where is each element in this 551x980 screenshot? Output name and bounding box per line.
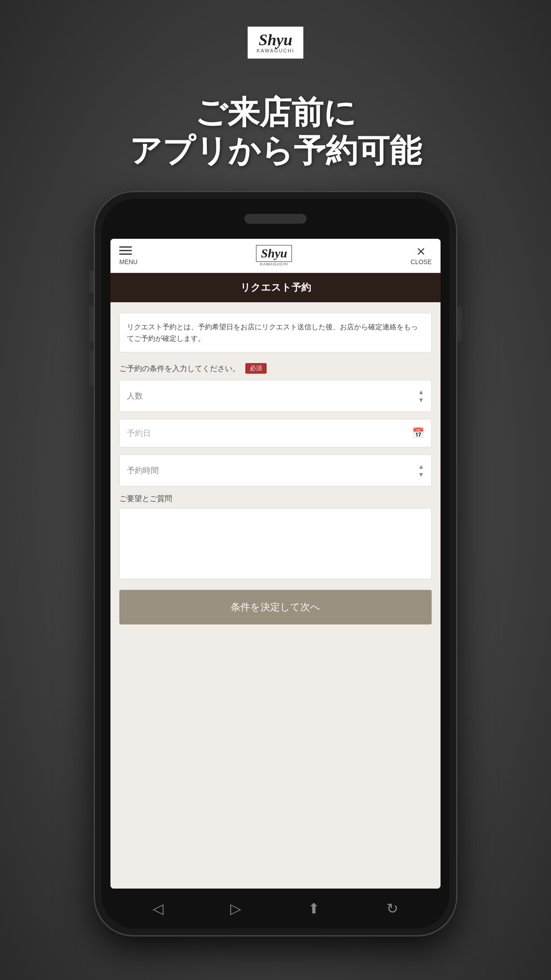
- top-logo-area: Shyu KAWAGUCHI: [248, 27, 303, 59]
- content-area: リクエスト予約とは、予約希望日をお店にリクエスト送信した後、お店から確定連絡をも…: [110, 302, 441, 889]
- party-size-arrows: ▲ ▼: [418, 388, 424, 403]
- close-label: CLOSE: [411, 258, 432, 265]
- phone-speaker: [244, 214, 307, 224]
- close-button[interactable]: ✕ CLOSE: [411, 246, 432, 265]
- description-text: リクエスト予約とは、予約希望日をお店にリクエスト送信した後、お店から確定連絡をも…: [127, 321, 424, 344]
- page-title: リクエスト予約: [110, 281, 441, 294]
- calendar-icon: 📅: [412, 427, 424, 439]
- header-logo-brand: Shyu: [256, 245, 292, 262]
- app-header: MENU Shyu KAWAGUCHI ✕ CLOSE: [110, 239, 441, 273]
- headline-line2: アプリから予約可能: [0, 131, 551, 170]
- notes-textarea[interactable]: [119, 508, 432, 579]
- date-placeholder: 予約日: [127, 428, 151, 439]
- time-arrow-up-icon: ▲: [418, 463, 424, 470]
- power-button: [457, 306, 462, 342]
- time-arrows: ▲ ▼: [418, 463, 424, 478]
- description-box: リクエスト予約とは、予約希望日をお店にリクエスト送信した後、お店から確定連絡をも…: [119, 313, 432, 352]
- conditions-label: ご予約の条件を入力してください。: [119, 364, 240, 374]
- header-logo: Shyu KAWAGUCHI: [256, 245, 292, 266]
- logo-box: Shyu KAWAGUCHI: [248, 27, 303, 59]
- forward-nav-icon[interactable]: ▷: [230, 900, 241, 917]
- time-placeholder: 予約時間: [127, 465, 159, 476]
- menu-line-2: [119, 250, 132, 251]
- party-size-select[interactable]: 人数 ▲ ▼: [119, 380, 432, 412]
- refresh-nav-icon[interactable]: ↻: [386, 900, 398, 917]
- close-icon: ✕: [416, 246, 426, 257]
- volume-down-button: [89, 351, 94, 386]
- headline-line1: ご来店前に: [0, 93, 551, 131]
- party-size-placeholder: 人数: [127, 391, 143, 401]
- arrow-down-icon: ▼: [418, 396, 424, 403]
- page-title-bar: リクエスト予約: [110, 273, 441, 302]
- notes-label: ご要望とご質問: [119, 494, 432, 504]
- header-logo-sub: KAWAGUCHI: [256, 262, 292, 266]
- required-badge: 必須: [245, 363, 267, 374]
- phone-inner: MENU Shyu KAWAGUCHI ✕ CLOSE リクエスト予約: [102, 199, 449, 929]
- notes-section: ご要望とご質問: [119, 494, 432, 581]
- phone-bottom-bar: ◁ ▷ ⬆ ↻: [102, 889, 449, 929]
- submit-button[interactable]: 条件を決定して次へ: [119, 590, 432, 624]
- phone-frame: MENU Shyu KAWAGUCHI ✕ CLOSE リクエスト予約: [94, 191, 457, 937]
- time-select[interactable]: 予約時間 ▲ ▼: [119, 454, 432, 486]
- date-field[interactable]: 予約日 📅: [119, 419, 432, 447]
- mute-button: [89, 271, 94, 293]
- volume-up-button: [89, 306, 94, 342]
- phone-top-bar: [102, 199, 449, 239]
- logo-brand: Shyu: [256, 32, 294, 48]
- time-arrow-down-icon: ▼: [418, 471, 424, 478]
- menu-button[interactable]: MENU: [119, 246, 138, 265]
- headline: ご来店前に アプリから予約可能: [0, 93, 551, 170]
- form-label-row: ご予約の条件を入力してください。 必須: [119, 363, 432, 374]
- menu-line-3: [119, 253, 132, 255]
- app-screen: MENU Shyu KAWAGUCHI ✕ CLOSE リクエスト予約: [110, 239, 441, 889]
- menu-line-1: [119, 246, 132, 248]
- phone-screen: MENU Shyu KAWAGUCHI ✕ CLOSE リクエスト予約: [110, 239, 441, 889]
- arrow-up-icon: ▲: [418, 388, 424, 395]
- back-nav-icon[interactable]: ◁: [153, 900, 164, 917]
- logo-sub: KAWAGUCHI: [256, 48, 294, 53]
- menu-label: MENU: [119, 258, 138, 265]
- share-nav-icon[interactable]: ⬆: [308, 900, 320, 917]
